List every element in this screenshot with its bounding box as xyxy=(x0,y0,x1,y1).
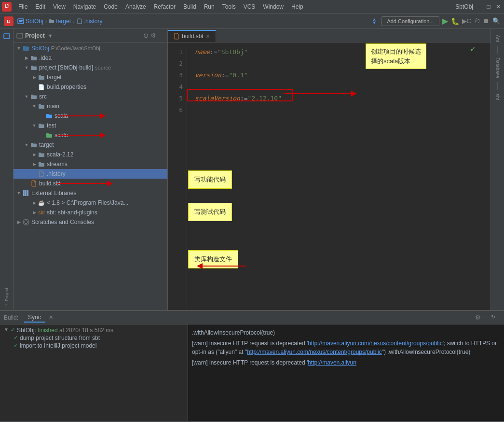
svg-point-11 xyxy=(23,219,29,225)
menu-bar: IJ File Edit View Navigate Code Analyze … xyxy=(0,0,504,14)
tree-item-build-sbt[interactable]: build.sbt xyxy=(14,179,167,188)
breadcrumb-history[interactable]: .history xyxy=(77,18,103,25)
svg-rect-1 xyxy=(19,20,23,21)
profile-button[interactable]: ⏱ xyxy=(474,17,480,25)
tree-item-target-build[interactable]: ▶ target xyxy=(14,72,167,82)
project-sidebar-icon[interactable] xyxy=(1,31,12,42)
menu-navigate[interactable]: Navigate xyxy=(69,2,100,11)
tree-item-external-libraries[interactable]: ▼ External Libraries xyxy=(14,188,167,198)
main-layout: 1: Project Project ▼ ⊙ ⚙ — ▼ SbtObj F:\C… xyxy=(0,29,504,310)
menu-build[interactable]: Build xyxy=(179,2,200,11)
hide-button[interactable]: — xyxy=(158,32,164,39)
database-panel-label[interactable]: Database xyxy=(493,56,502,80)
scala-212-label: scala-2.12 xyxy=(47,151,73,158)
search-everywhere-button[interactable]: 🔍 xyxy=(492,17,500,25)
menu-analyze[interactable]: Analyze xyxy=(122,2,150,11)
svg-rect-10 xyxy=(27,190,28,196)
assign-op-2: := xyxy=(221,70,229,81)
tree-item-scala-main[interactable]: scala xyxy=(14,111,167,121)
menu-run[interactable]: Run xyxy=(200,2,218,11)
project-panel: Project ▼ ⊙ ⚙ — ▼ SbtObj F:\Code\Java\Sb… xyxy=(14,29,168,310)
build-sbt-arrow xyxy=(52,179,115,188)
project-panel-label[interactable]: 1: Project xyxy=(2,286,11,308)
navigate-icon[interactable] xyxy=(370,17,379,26)
menu-edit[interactable]: Edit xyxy=(31,2,49,11)
tree-item-src[interactable]: ▼ src xyxy=(14,92,167,101)
tree-item-scala-212[interactable]: ▶ scala-2.12 xyxy=(14,150,167,159)
tree-item-scratches[interactable]: ▶ Scratches and Consoles xyxy=(14,217,167,227)
line-num-1: 1 xyxy=(168,46,183,58)
filter-button[interactable]: ≡ xyxy=(497,314,500,321)
tree-item-project-build[interactable]: ▼ project [SbtObj-build] source xyxy=(14,63,167,72)
tree-item-jdk[interactable]: ▶ ☕ < 1.8 > C:\Program Files\Java... xyxy=(14,198,167,208)
tree-item-build-properties[interactable]: 📄 build.properties xyxy=(14,82,167,92)
link-aliyun-1[interactable]: http://maven.aliyun.com/nexus/content/gr… xyxy=(308,340,443,347)
run-with-coverage-button[interactable]: ▶C xyxy=(462,17,471,25)
hide-bottom-button[interactable]: — xyxy=(483,314,489,321)
settings-bottom-button[interactable]: ⚙ xyxy=(475,314,481,321)
menu-view[interactable]: View xyxy=(49,2,69,11)
stop-button[interactable]: ⏹ xyxy=(483,17,490,25)
panel-tools: ⊙ ⚙ — xyxy=(143,32,164,39)
line-num-5: 5 xyxy=(168,93,183,104)
tree-item-test[interactable]: ▼ test xyxy=(14,121,167,130)
tree-item-history[interactable]: .history xyxy=(14,169,167,179)
restore-button[interactable]: □ xyxy=(485,3,492,11)
close-button[interactable]: ✕ xyxy=(494,3,502,11)
link-aliyun-2[interactable]: http://maven.aliyun.com/nexus/content/gr… xyxy=(247,349,382,355)
menu-vcs[interactable]: VCS xyxy=(240,2,259,11)
line-num-2: 2 xyxy=(168,58,183,70)
menu-help[interactable]: Help xyxy=(287,2,307,11)
log-line-1: [warn] insecure HTTP request is deprecat… xyxy=(192,339,500,356)
settings-button[interactable]: ⚙ xyxy=(150,32,156,39)
tab-close-button[interactable]: ✕ xyxy=(206,34,210,39)
sbt-panel-label[interactable]: sbt xyxy=(493,92,502,102)
project-folder-icon xyxy=(22,44,30,52)
import-success-icon: ✓ xyxy=(14,342,18,349)
breadcrumb-sbtobj[interactable]: SbtObj xyxy=(17,18,43,25)
tree-item-streams[interactable]: ▶ streams xyxy=(14,159,167,169)
source-root-label: source xyxy=(95,65,111,70)
right-sidebar: Ant Database sbt xyxy=(490,29,504,310)
tree-item-target-main[interactable]: ▼ target xyxy=(14,140,167,150)
build-expand-arrow: ▼ xyxy=(4,327,9,332)
minimize-button[interactable]: ─ xyxy=(475,3,483,11)
menu-tools[interactable]: Tools xyxy=(218,2,240,11)
menu-refactor[interactable]: Refactor xyxy=(150,2,179,11)
scratches-label: Scratches and Consoles xyxy=(31,219,94,225)
build-item-dump: ✓ dump project structure from sbt xyxy=(2,334,186,342)
scala-version-keyword: scalaVersion xyxy=(195,93,240,104)
src-label: src xyxy=(39,93,47,100)
expand-arrow: ▼ xyxy=(31,123,38,128)
tree-item-idea[interactable]: ▶ .idea xyxy=(14,53,167,63)
tree-item-sbt-plugins[interactable]: ▶ sbt sbt: sbt-and-plugins xyxy=(14,208,167,217)
code-editor[interactable]: name := "SbtObj" version := "0.1" scalaV… xyxy=(187,42,490,310)
folder-icon xyxy=(38,160,45,168)
add-configuration-button[interactable]: Add Configuration... xyxy=(381,16,439,26)
left-sidebar-icons: 1: Project xyxy=(0,29,14,310)
menu-code[interactable]: Code xyxy=(100,2,122,11)
tree-item-scala-test[interactable]: scala xyxy=(14,130,167,140)
expand-arrow: ▶ xyxy=(31,162,38,167)
history-label: .history xyxy=(47,170,66,177)
debug-button[interactable]: 🐛 xyxy=(451,17,459,25)
sync-close[interactable]: ✕ xyxy=(49,314,53,321)
sync-tab[interactable]: Sync xyxy=(24,313,45,323)
link-aliyun-3[interactable]: http://maven.aliyun xyxy=(308,359,356,366)
tree-item-sbtobj[interactable]: ▼ SbtObj F:\Code\Java\SbtObj xyxy=(14,43,167,53)
project-logo-icon: IJ xyxy=(4,16,14,26)
annotation-build-file: 类库构造文件 xyxy=(188,250,238,268)
menu-window[interactable]: Window xyxy=(259,2,287,11)
refresh-button[interactable]: ↻ xyxy=(491,314,495,321)
scope-button[interactable]: ⊙ xyxy=(143,32,149,39)
menu-file[interactable]: File xyxy=(14,2,31,11)
run-button[interactable]: ▶ xyxy=(442,16,448,26)
tab-build-sbt[interactable]: build.sbt ✕ xyxy=(168,30,216,42)
breadcrumb-target[interactable]: target xyxy=(49,18,71,25)
panel-dropdown-arrow[interactable]: ▼ xyxy=(48,33,53,39)
folder-icon xyxy=(30,54,38,62)
ant-panel-label[interactable]: Ant xyxy=(493,33,502,44)
scala-main-arrow xyxy=(52,111,110,121)
tree-item-main[interactable]: ▼ main xyxy=(14,101,167,111)
version-keyword: version xyxy=(195,70,221,81)
